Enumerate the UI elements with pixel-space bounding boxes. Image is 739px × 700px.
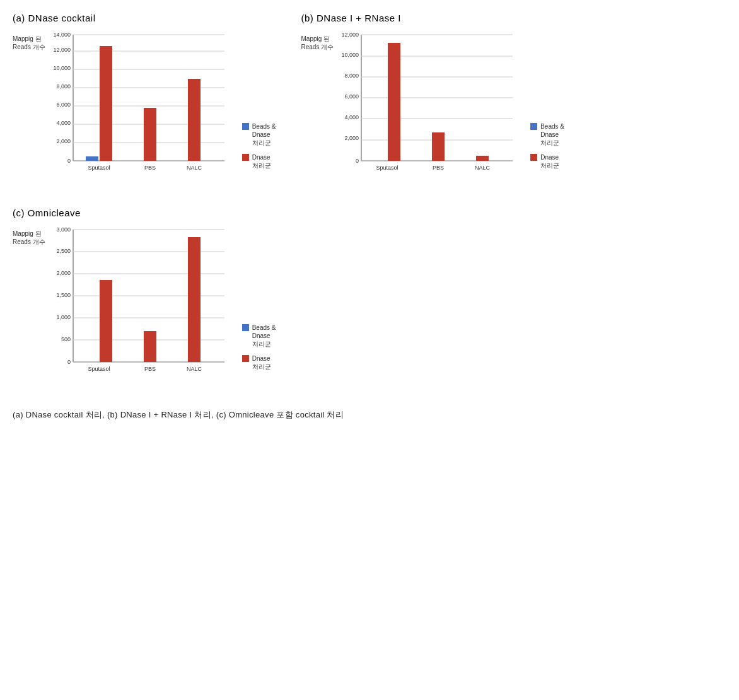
chart-a-section: (a) DNase cocktail Mappig 된 Reads 개수 <box>13 13 276 182</box>
chart-c-legend-red: Dnase처리군 <box>242 354 276 371</box>
chart-a-graph-legend: 0 2,000 4,000 6,000 8,000 10,0 <box>48 28 276 182</box>
svg-text:PBS: PBS <box>144 366 156 372</box>
chart-b-graph-legend: 0 2,000 4,000 6,000 8,000 10,0 <box>336 28 564 182</box>
svg-text:2,000: 2,000 <box>56 270 71 276</box>
svg-text:500: 500 <box>61 336 71 342</box>
top-row: (a) DNase cocktail Mappig 된 Reads 개수 <box>13 13 726 182</box>
svg-text:Sputasol: Sputasol <box>88 366 110 372</box>
chart-b-legend-red: Dnase처리군 <box>530 153 564 170</box>
chart-b-ylabel: Mappig 된 Reads 개수 <box>301 35 334 51</box>
chart-b-nalc-red <box>476 156 489 161</box>
chart-c-pbs-red <box>144 331 156 362</box>
chart-b-graph-wrap: 0 2,000 4,000 6,000 8,000 10,0 <box>336 28 519 182</box>
svg-text:12,000: 12,000 <box>53 47 71 53</box>
svg-text:2,000: 2,000 <box>56 138 71 144</box>
chart-a-legend-red-color <box>242 154 249 161</box>
svg-text:2,500: 2,500 <box>56 248 71 254</box>
chart-c-legend-red-color <box>242 355 249 362</box>
chart-b-pbs-red <box>432 132 445 161</box>
chart-a-title: (a) DNase cocktail <box>13 13 276 23</box>
chart-c-legend-blue-color <box>242 324 249 331</box>
svg-text:0: 0 <box>67 359 71 365</box>
svg-text:NALC: NALC <box>187 366 202 372</box>
chart-c-title: (c) Omnicleave <box>13 207 726 218</box>
svg-text:14,000: 14,000 <box>53 32 71 38</box>
chart-a-nalc-red <box>188 79 201 161</box>
chart-a-with-legend: 0 2,000 4,000 6,000 8,000 10,0 <box>48 28 276 182</box>
chart-c-legend-blue: Beads &Dnase처리군 <box>242 324 276 348</box>
chart-a-legend-red-text: Dnase처리군 <box>252 153 271 170</box>
svg-text:1,000: 1,000 <box>56 314 71 320</box>
chart-c-sputasol-red <box>100 280 112 362</box>
chart-b-with-legend: 0 2,000 4,000 6,000 8,000 10,0 <box>336 28 564 182</box>
chart-c-svg: 0 500 1,000 1,500 2,000 2,500 <box>48 223 231 381</box>
chart-b-svg: 0 2,000 4,000 6,000 8,000 10,0 <box>336 28 519 180</box>
chart-b-legend-red-color <box>530 154 537 161</box>
svg-text:Sputasol: Sputasol <box>88 165 110 171</box>
chart-a-legend-red: Dnase처리군 <box>242 153 276 170</box>
chart-c-area: Mappig 된 Reads 개수 0 500 <box>13 223 726 383</box>
svg-text:PBS: PBS <box>144 165 156 171</box>
chart-c-nalc-red <box>188 237 201 362</box>
svg-text:1,500: 1,500 <box>56 292 71 298</box>
chart-c-with-legend: 0 500 1,000 1,500 2,000 2,500 <box>48 223 276 383</box>
svg-text:10,000: 10,000 <box>342 52 359 58</box>
chart-b-legend-red-text: Dnase처리군 <box>540 153 559 170</box>
svg-text:4,000: 4,000 <box>56 120 71 126</box>
svg-text:6,000: 6,000 <box>345 93 359 100</box>
svg-text:6,000: 6,000 <box>56 102 71 108</box>
chart-a-legend-blue-text: Beads &Dnase처리군 <box>252 122 276 147</box>
chart-c-legend-red-text: Dnase처리군 <box>252 354 271 371</box>
svg-text:2,000: 2,000 <box>345 135 359 141</box>
chart-b-legend-blue-color <box>530 123 537 130</box>
svg-text:3,000: 3,000 <box>56 226 71 233</box>
chart-a-sputasol-blue <box>86 156 98 161</box>
chart-c-graph-wrap: 0 500 1,000 1,500 2,000 2,500 <box>48 223 231 383</box>
svg-text:NALC: NALC <box>187 165 202 171</box>
chart-a-ylabel: Mappig 된 Reads 개수 <box>13 35 45 51</box>
chart-b-legend-blue-text: Beads &Dnase처리군 <box>540 122 564 147</box>
main-container: (a) DNase cocktail Mappig 된 Reads 개수 <box>13 13 726 422</box>
svg-text:Sputasol: Sputasol <box>376 165 399 171</box>
chart-a-legend: Beads &Dnase처리군 Dnase처리군 <box>242 122 276 170</box>
svg-text:10,000: 10,000 <box>53 65 71 71</box>
chart-c-legend: Beads &Dnase처리군 Dnase처리군 <box>242 324 276 371</box>
chart-b-legend: Beads &Dnase처리군 Dnase처리군 <box>530 122 564 170</box>
chart-a-legend-blue: Beads &Dnase처리군 <box>242 122 276 147</box>
svg-text:8,000: 8,000 <box>345 73 359 79</box>
chart-b-title: (b) DNase I + RNase I <box>301 13 565 23</box>
svg-text:8,000: 8,000 <box>56 83 71 90</box>
svg-text:12,000: 12,000 <box>342 32 359 38</box>
chart-c-ylabel: Mappig 된 Reads 개수 <box>13 230 45 246</box>
svg-text:0: 0 <box>356 158 359 164</box>
chart-b-area: Mappig 된 Reads 개수 0 <box>301 28 565 182</box>
svg-text:NALC: NALC <box>475 165 491 171</box>
chart-a-svg: 0 2,000 4,000 6,000 8,000 10,0 <box>48 28 231 180</box>
chart-a-pbs-red <box>144 108 156 161</box>
chart-a-area: Mappig 된 Reads 개수 <box>13 28 276 182</box>
chart-a-legend-blue-color <box>242 123 249 130</box>
chart-c-section: (c) Omnicleave Mappig 된 Reads 개수 0 <box>13 207 726 383</box>
svg-text:0: 0 <box>67 158 71 164</box>
chart-b-legend-blue: Beads &Dnase처리군 <box>530 122 564 147</box>
svg-text:PBS: PBS <box>433 165 444 171</box>
chart-c-graph-legend: 0 500 1,000 1,500 2,000 2,500 <box>48 223 276 383</box>
chart-c-legend-blue-text: Beads &Dnase처리군 <box>252 324 276 348</box>
svg-text:4,000: 4,000 <box>345 114 359 120</box>
figure-caption: (a) DNase cocktail 처리, (b) DNase I + RNa… <box>13 409 726 422</box>
chart-a-sputasol-red <box>100 46 112 161</box>
chart-b-sputasol-red <box>388 43 400 161</box>
chart-b-section: (b) DNase I + RNase I Mappig 된 Reads 개수 <box>301 13 565 182</box>
chart-a-graph-wrap: 0 2,000 4,000 6,000 8,000 10,0 <box>48 28 231 182</box>
